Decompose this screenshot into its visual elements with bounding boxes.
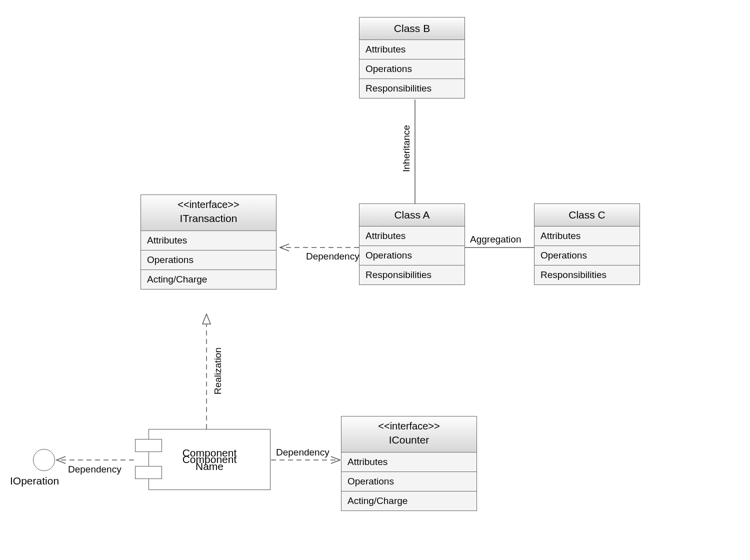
diagram-canvas: Class B Attributes Operations Responsibi… — [0, 0, 750, 560]
itransaction-operations: Operations — [141, 250, 276, 270]
label-aggregation: Aggregation — [470, 234, 521, 245]
class-c-attributes: Attributes — [534, 226, 640, 246]
class-c-header: Class C — [534, 204, 640, 226]
icounter-stereotype: <<interface>> — [344, 420, 474, 433]
class-b-responsibilities: Responsibilities — [360, 79, 464, 98]
icounter-name: ICounter — [344, 433, 474, 447]
class-a-header: Class A — [360, 204, 464, 226]
icounter-attributes: Attributes — [342, 452, 476, 472]
uml-class-b: Class B Attributes Operations Responsibi… — [359, 17, 465, 98]
uml-interface-icounter: <<interface>> ICounter Attributes Operat… — [341, 416, 477, 511]
class-b-name: Class B — [362, 22, 462, 36]
component-lug-bottom — [135, 466, 162, 479]
label-inheritance: Inheritance — [401, 125, 412, 172]
label-realization: Realization — [212, 348, 224, 394]
label-dependency-iop-comp: Dependency — [68, 464, 122, 475]
class-a-name: Class A — [362, 208, 462, 222]
class-c-operations: Operations — [534, 246, 640, 266]
itransaction-acting: Acting/Charge — [141, 270, 276, 289]
class-b-operations: Operations — [360, 60, 464, 79]
class-c-name: Class C — [538, 208, 636, 222]
label-dependency-a-itx: Dependency — [306, 251, 360, 262]
class-a-attributes: Attributes — [360, 226, 464, 246]
itransaction-name: ITransaction — [144, 212, 273, 226]
itransaction-attributes: Attributes — [141, 231, 276, 250]
itransaction-stereotype: <<interface>> — [144, 198, 273, 212]
icounter-operations: Operations — [342, 472, 476, 492]
class-a-responsibilities: Responsibilities — [360, 266, 464, 284]
uml-interface-itransaction: <<interface>> ITransaction Attributes Op… — [140, 194, 276, 290]
class-c-responsibilities: Responsibilities — [534, 266, 640, 284]
class-a-operations: Operations — [360, 246, 464, 266]
class-b-header: Class B — [360, 18, 464, 40]
class-b-attributes: Attributes — [360, 40, 464, 60]
ioperation-circle-icon — [33, 449, 55, 471]
icounter-header: <<interface>> ICounter — [342, 416, 476, 452]
component-lug-top — [135, 439, 162, 452]
uml-class-c: Class C Attributes Operations Responsibi… — [534, 204, 640, 285]
uml-class-a: Class A Attributes Operations Responsibi… — [359, 204, 465, 285]
ioperation-label: IOperation — [10, 475, 59, 487]
icounter-acting: Acting/Charge — [342, 492, 476, 510]
itransaction-header: <<interface>> ITransaction — [141, 195, 276, 231]
label-dependency-comp-icounter: Dependency — [276, 447, 330, 458]
component-name-text: Component Name — [148, 429, 270, 490]
